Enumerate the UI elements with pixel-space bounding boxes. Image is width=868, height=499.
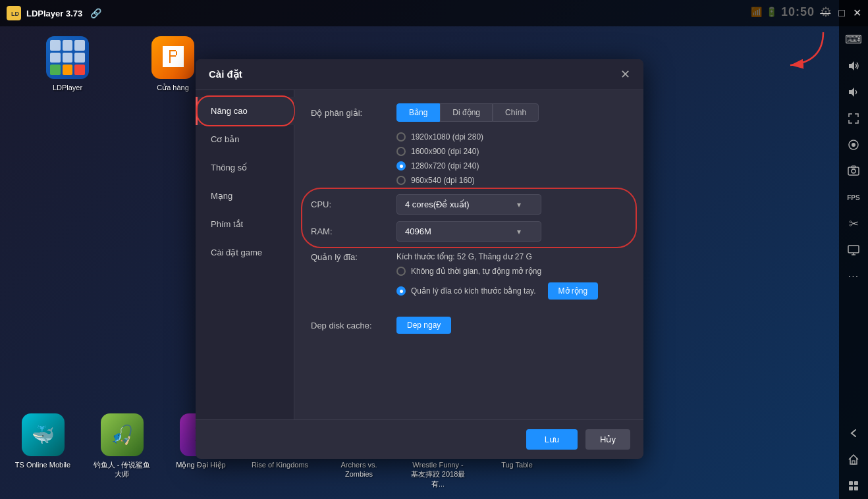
res-option-960[interactable]: 960x540 (dpi 160) (396, 176, 627, 185)
nav-item-caidatgame[interactable]: Cài đặt game (196, 238, 294, 267)
more-icon[interactable]: ··· (840, 263, 867, 290)
radio-circle-1600 (396, 147, 406, 156)
keyboard-icon[interactable]: ⌨ (840, 26, 867, 53)
disk-label: Quản lý đĩa: (311, 252, 396, 262)
screen-icon[interactable] (840, 237, 867, 263)
svg-rect-10 (848, 246, 859, 253)
back-icon[interactable] (840, 420, 867, 446)
volume-down-icon[interactable] (840, 79, 867, 105)
radio-label-960: 960x540 (dpi 160) (411, 176, 475, 185)
radio-label-1280: 1280x720 (dpi 240) (411, 161, 479, 171)
dep-disk-label: Dep disk cache: (311, 321, 396, 330)
cpu-row: CPU: 4 cores(Đề xuất) ▾ (311, 194, 627, 215)
resolution-tabs: Bảng Di động Chính (396, 103, 539, 122)
settings-modal: Cài đặt ✕ Nâng cao Cơ bản Thôn (196, 59, 643, 459)
cpu-label: CPU: (311, 199, 396, 209)
right-sidebar: ⌨ (839, 0, 868, 499)
topbar-left: LD LDPlayer 3.73 🔗 (7, 6, 101, 20)
cpu-dropdown[interactable]: 4 cores(Đề xuất) ▾ (396, 194, 541, 215)
radio-circle-1920 (396, 132, 406, 142)
modal-title: Cài đặt (209, 68, 242, 80)
disk-option1-label: Không đủ thời gian, tự động mở rộng (411, 267, 541, 276)
resolution-row: Độ phân giải: Bảng Di động Chính (311, 103, 627, 122)
apps-icon[interactable] (840, 473, 867, 499)
disk-option1-row[interactable]: Không đủ thời gian, tự động mở rộng (396, 267, 598, 276)
svg-point-8 (852, 169, 855, 173)
volume-up-icon[interactable] (840, 53, 867, 79)
modal-footer: Lưu Hủy (196, 419, 643, 459)
record-icon[interactable] (840, 132, 867, 158)
modal-nav: Nâng cao Cơ bản Thông số Mạng Phím tắt (196, 90, 294, 419)
dep-disk-row: Dep disk cache: Dep ngay (311, 317, 627, 334)
res-tab-didong[interactable]: Di động (440, 103, 493, 122)
disk-option2-label: Quản lý đĩa có kích thước bằng tay. (411, 286, 536, 296)
modal-body: Nâng cao Cơ bản Thông số Mạng Phím tắt (196, 90, 643, 419)
cancel-button[interactable]: Hủy (585, 429, 630, 450)
screenshot-icon[interactable] (840, 158, 867, 184)
resolution-label: Độ phân giải: (311, 108, 396, 118)
res-option-1920[interactable]: 1920x1080 (dpi 280) (396, 132, 627, 142)
link-icon: 🔗 (90, 8, 101, 18)
radio-label-1600: 1600x900 (dpi 240) (411, 147, 479, 156)
disk-section: Quản lý đĩa: Kích thước tổng: 52 G, Thăn… (311, 252, 627, 306)
svg-rect-17 (854, 486, 858, 490)
expand-button[interactable]: Mở rộng (548, 282, 599, 300)
modal-overlay: Cài đặt ✕ Nâng cao Cơ bản Thôn (0, 26, 839, 499)
cpu-dropdown-arrow: ▾ (517, 200, 521, 209)
disk-info: Kích thước tổng: 52 G, Thăng dư 27 G (396, 252, 598, 261)
ram-dropdown-arrow: ▾ (517, 227, 521, 236)
disk-radio1 (396, 267, 406, 276)
minimize-button[interactable]: — (820, 8, 830, 18)
topbar: LD LDPlayer 3.73 🔗 — □ ✕ (0, 0, 868, 26)
modal-close-button[interactable]: ✕ (620, 68, 630, 80)
radio-circle-960 (396, 176, 406, 185)
fps-icon[interactable]: FPS (840, 184, 867, 211)
red-arrow-annotation (784, 29, 830, 78)
maximize-button[interactable]: □ (838, 8, 845, 18)
resource-section-wrapper: CPU: 4 cores(Đề xuất) ▾ RAM: 4096M ▾ (311, 194, 627, 242)
win-controls: — □ ✕ (820, 8, 861, 18)
app-logo: LD (7, 6, 21, 20)
close-button[interactable]: ✕ (853, 8, 861, 18)
disk-radio2 (396, 286, 406, 296)
svg-marker-3 (849, 61, 854, 70)
svg-rect-7 (848, 167, 859, 175)
res-tab-bang[interactable]: Bảng (396, 103, 440, 122)
svg-rect-14 (849, 481, 853, 485)
ram-dropdown[interactable]: 4096M ▾ (396, 221, 541, 242)
disk-options: Kích thước tổng: 52 G, Thăng dư 27 G Khô… (396, 252, 598, 306)
ram-row: RAM: 4096M ▾ (311, 221, 627, 242)
nav-item-nangcao[interactable]: Nâng cao (196, 97, 294, 125)
svg-point-6 (852, 143, 855, 147)
save-button[interactable]: Lưu (526, 429, 578, 450)
desktop: LD LDPlayer 3.73 🔗 — □ ✕ 📶 🔋 10:50 ⚙ (0, 0, 868, 499)
nav-item-mang[interactable]: Mạng (196, 182, 294, 210)
svg-text:LD: LD (11, 11, 19, 17)
dep-now-button[interactable]: Dep ngay (396, 317, 451, 334)
scissors-icon[interactable]: ✂ (840, 211, 867, 237)
nav-item-coban[interactable]: Cơ bản (196, 125, 294, 153)
nav-item-phimtat[interactable]: Phím tắt (196, 210, 294, 238)
app-title: LDPlayer 3.73 (26, 9, 82, 18)
svg-rect-15 (854, 481, 858, 485)
resolution-options: 1920x1080 (dpi 280) 1600x900 (dpi 240) 1… (396, 132, 627, 185)
fullscreen-icon[interactable] (840, 105, 867, 132)
res-tab-chinh[interactable]: Chính (493, 103, 539, 122)
nav-item-thongso[interactable]: Thông số (196, 153, 294, 182)
radio-label-1920: 1920x1080 (dpi 280) (411, 132, 483, 142)
svg-marker-4 (849, 88, 854, 97)
res-option-1600[interactable]: 1600x900 (dpi 240) (396, 147, 627, 156)
home-icon[interactable] (840, 446, 867, 473)
topbar-right: — □ ✕ (820, 8, 861, 18)
ram-label: RAM: (311, 226, 396, 236)
res-option-1280[interactable]: 1280x720 (dpi 240) (396, 161, 627, 171)
svg-rect-16 (849, 486, 853, 490)
modal-header: Cài đặt ✕ (196, 59, 643, 90)
modal-content: Độ phân giải: Bảng Di động Chính 1920x10… (294, 90, 643, 419)
radio-circle-1280 (396, 161, 406, 171)
disk-option2-row[interactable]: Quản lý đĩa có kích thước bằng tay. Mở r… (396, 282, 598, 300)
